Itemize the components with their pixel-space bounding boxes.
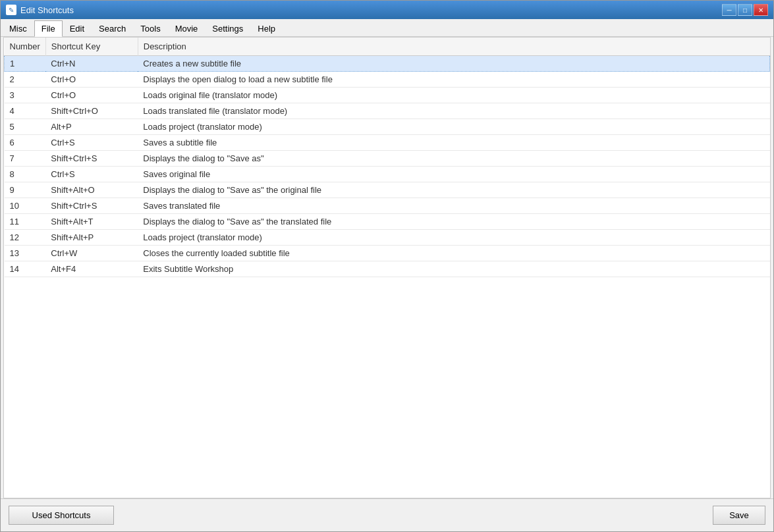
cell-number: 11 bbox=[5, 214, 46, 230]
menu-item-help[interactable]: Help bbox=[250, 20, 283, 37]
content-area: Number Shortcut Key Description 1Ctrl+NC… bbox=[3, 37, 771, 498]
menu-item-file[interactable]: File bbox=[34, 20, 63, 37]
minimize-button[interactable]: ─ bbox=[722, 4, 736, 16]
table-row[interactable]: 13Ctrl+WCloses the currently loaded subt… bbox=[5, 246, 770, 261]
menu-item-misc[interactable]: Misc bbox=[2, 20, 34, 37]
cell-shortcut: Ctrl+O bbox=[45, 72, 138, 88]
cell-description: Closes the currently loaded subtitle fil… bbox=[138, 246, 769, 261]
table-container: Number Shortcut Key Description 1Ctrl+NC… bbox=[4, 38, 770, 498]
table-row[interactable]: 4Shift+Ctrl+OLoads translated file (tran… bbox=[5, 103, 770, 119]
cell-description: Exits Subtitle Workshop bbox=[138, 261, 769, 277]
menu-item-movie[interactable]: Movie bbox=[168, 20, 206, 37]
cell-shortcut: Shift+Alt+T bbox=[45, 214, 138, 230]
cell-number: 8 bbox=[5, 167, 46, 182]
cell-description: Displays the dialog to "Save as" the ori… bbox=[138, 182, 769, 198]
menu-item-edit[interactable]: Edit bbox=[63, 20, 92, 37]
main-window: ✎ Edit Shortcuts ─ □ ✕ MiscFileEditSearc… bbox=[0, 0, 774, 532]
cell-description: Saves original file bbox=[138, 167, 769, 182]
cell-number: 14 bbox=[5, 261, 46, 277]
menu-bar: MiscFileEditSearchToolsMovieSettingsHelp bbox=[1, 19, 773, 37]
footer: Used Shortcuts Save bbox=[1, 498, 773, 531]
cell-shortcut: Ctrl+S bbox=[45, 135, 138, 151]
cell-shortcut: Alt+F4 bbox=[45, 261, 138, 277]
table-row[interactable]: 7Shift+Ctrl+SDisplays the dialog to "Sav… bbox=[5, 151, 770, 167]
cell-number: 9 bbox=[5, 182, 46, 198]
cell-shortcut: Alt+P bbox=[45, 119, 138, 135]
menu-item-tools[interactable]: Tools bbox=[133, 20, 167, 37]
menu-item-settings[interactable]: Settings bbox=[205, 20, 250, 37]
table-row[interactable]: 2Ctrl+ODisplays the open dialog to load … bbox=[5, 72, 770, 88]
cell-number: 3 bbox=[5, 88, 46, 103]
table-row[interactable]: 10Shift+Ctrl+SSaves translated file bbox=[5, 198, 770, 214]
cell-description: Loads project (translator mode) bbox=[138, 119, 769, 135]
cell-description: Displays the open dialog to load a new s… bbox=[138, 72, 769, 88]
shortcuts-table: Number Shortcut Key Description 1Ctrl+NC… bbox=[4, 38, 770, 277]
cell-number: 5 bbox=[5, 119, 46, 135]
title-bar-left: ✎ Edit Shortcuts bbox=[6, 5, 74, 15]
cell-description: Displays the dialog to "Save as" the tra… bbox=[138, 214, 769, 230]
cell-shortcut: Shift+Ctrl+S bbox=[45, 198, 138, 214]
cell-description: Creates a new subtitle file bbox=[138, 56, 769, 72]
cell-number: 6 bbox=[5, 135, 46, 151]
window-icon: ✎ bbox=[6, 5, 16, 15]
cell-shortcut: Ctrl+O bbox=[45, 88, 138, 103]
cell-number: 13 bbox=[5, 246, 46, 261]
close-button[interactable]: ✕ bbox=[754, 4, 768, 16]
window-title: Edit Shortcuts bbox=[20, 5, 74, 15]
cell-number: 12 bbox=[5, 230, 46, 246]
cell-description: Saves translated file bbox=[138, 198, 769, 214]
col-header-shortcut: Shortcut Key bbox=[45, 38, 138, 56]
title-bar: ✎ Edit Shortcuts ─ □ ✕ bbox=[1, 1, 773, 19]
maximize-button[interactable]: □ bbox=[738, 4, 752, 16]
cell-shortcut: Ctrl+W bbox=[45, 246, 138, 261]
cell-shortcut: Shift+Alt+O bbox=[45, 182, 138, 198]
cell-number: 4 bbox=[5, 103, 46, 119]
cell-number: 10 bbox=[5, 198, 46, 214]
cell-description: Displays the dialog to "Save as" bbox=[138, 151, 769, 167]
cell-shortcut: Shift+Ctrl+O bbox=[45, 103, 138, 119]
cell-description: Loads translated file (translator mode) bbox=[138, 103, 769, 119]
cell-description: Saves a subtitle file bbox=[138, 135, 769, 151]
table-row[interactable]: 14Alt+F4Exits Subtitle Workshop bbox=[5, 261, 770, 277]
table-header-row: Number Shortcut Key Description bbox=[5, 38, 770, 56]
table-row[interactable]: 9Shift+Alt+ODisplays the dialog to "Save… bbox=[5, 182, 770, 198]
cell-shortcut: Shift+Ctrl+S bbox=[45, 151, 138, 167]
menu-item-search[interactable]: Search bbox=[92, 20, 133, 37]
title-bar-controls: ─ □ ✕ bbox=[722, 4, 768, 16]
cell-shortcut: Ctrl+S bbox=[45, 167, 138, 182]
table-row[interactable]: 11Shift+Alt+TDisplays the dialog to "Sav… bbox=[5, 214, 770, 230]
table-row[interactable]: 12Shift+Alt+PLoads project (translator m… bbox=[5, 230, 770, 246]
table-row[interactable]: 6Ctrl+SSaves a subtitle file bbox=[5, 135, 770, 151]
cell-number: 2 bbox=[5, 72, 46, 88]
col-header-description: Description bbox=[138, 38, 769, 56]
cell-number: 7 bbox=[5, 151, 46, 167]
table-row[interactable]: 8Ctrl+SSaves original file bbox=[5, 167, 770, 182]
cell-number: 1 bbox=[5, 56, 46, 72]
used-shortcuts-button[interactable]: Used Shortcuts bbox=[9, 506, 114, 525]
cell-description: Loads original file (translator mode) bbox=[138, 88, 769, 103]
cell-description: Loads project (translator mode) bbox=[138, 230, 769, 246]
table-row[interactable]: 5Alt+PLoads project (translator mode) bbox=[5, 119, 770, 135]
col-header-number: Number bbox=[5, 38, 46, 56]
cell-shortcut: Ctrl+N bbox=[45, 56, 138, 72]
table-row[interactable]: 3Ctrl+OLoads original file (translator m… bbox=[5, 88, 770, 103]
table-row[interactable]: 1Ctrl+NCreates a new subtitle file bbox=[5, 56, 770, 72]
save-button[interactable]: Save bbox=[713, 506, 765, 525]
cell-shortcut: Shift+Alt+P bbox=[45, 230, 138, 246]
